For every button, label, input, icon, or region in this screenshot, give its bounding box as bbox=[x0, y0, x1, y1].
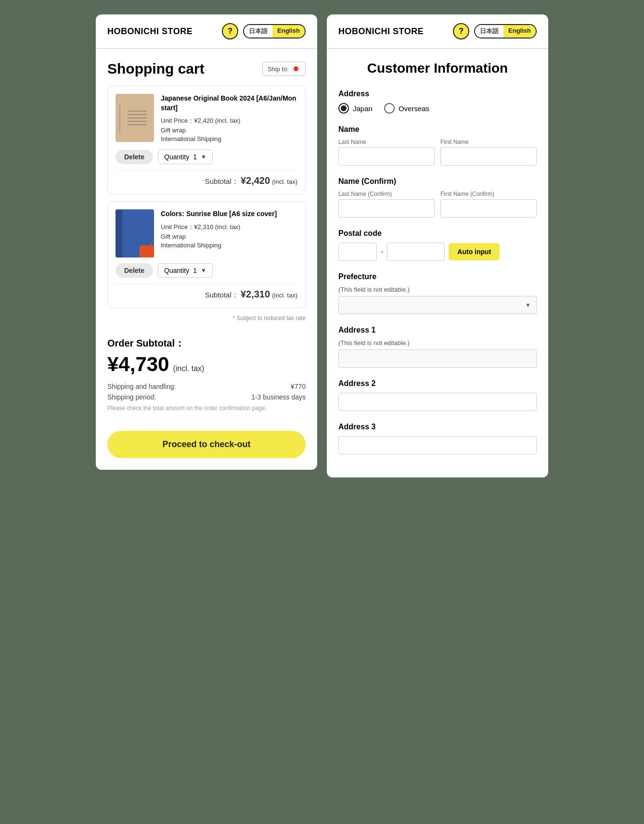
order-total-price-row: ¥4,730 (incl. tax) bbox=[107, 353, 306, 376]
order-note: Please check the total amount on the ord… bbox=[107, 405, 306, 412]
ship-to-label: Ship to: bbox=[268, 65, 289, 73]
postal-input-2[interactable] bbox=[387, 243, 445, 261]
help-icon-right[interactable]: ? bbox=[453, 23, 469, 39]
name-confirm-section: Name (Confirm) Last Name (Confirm) First… bbox=[338, 177, 537, 218]
radio-overseas[interactable]: Overseas bbox=[384, 103, 429, 114]
name-row: Last Name First Name bbox=[338, 139, 537, 166]
cart-item-1: Japanese Original Book 2024 [A6/Jan/Mon … bbox=[107, 86, 306, 194]
subtotal-tax-1: (incl. tax) bbox=[272, 178, 297, 185]
name-confirm-title: Name (Confirm) bbox=[338, 177, 537, 186]
quantity-arrow-1: ▼ bbox=[201, 154, 206, 160]
item-row-1: Japanese Original Book 2024 [A6/Jan/Mon … bbox=[116, 94, 297, 144]
item-name-2: Colors: Sunrise Blue [A6 size cover] bbox=[161, 209, 297, 219]
address2-input[interactable] bbox=[338, 393, 537, 411]
string1 bbox=[150, 244, 152, 252]
item-giftwrap-2: Gift wrap bbox=[161, 233, 297, 240]
item-details-2: Colors: Sunrise Blue [A6 size cover] Uni… bbox=[161, 209, 297, 258]
address-section-title: Address bbox=[338, 90, 537, 98]
store-name-left: HOBONICHI STORE bbox=[107, 26, 222, 37]
postal-input-1[interactable] bbox=[338, 243, 377, 261]
book-line bbox=[128, 111, 147, 112]
shipping-period-value: 1-3 business days bbox=[251, 393, 306, 401]
address3-section-title: Address 3 bbox=[338, 423, 537, 431]
subtotal-row-1: Subtotal： ¥2,420 (incl. tax) bbox=[116, 170, 297, 186]
radio-japan-inner bbox=[341, 105, 347, 111]
postal-section: Postal code - Auto input bbox=[338, 229, 537, 261]
quantity-arrow-2: ▼ bbox=[201, 267, 206, 274]
address3-input[interactable] bbox=[338, 436, 537, 454]
item-price-2: Unit Price：¥2,310 (incl. tax) bbox=[161, 223, 297, 232]
postal-section-title: Postal code bbox=[338, 229, 537, 238]
cover-spine bbox=[116, 209, 122, 258]
address2-section-title: Address 2 bbox=[338, 379, 537, 388]
order-total-section: Order Subtotal： ¥4,730 (incl. tax) Shipp… bbox=[107, 329, 306, 419]
delete-button-2[interactable]: Delete bbox=[116, 263, 153, 278]
cover-detail bbox=[140, 245, 154, 258]
name-section-title: Name bbox=[338, 125, 537, 134]
lang-switcher-right: 日本語 English bbox=[474, 24, 537, 39]
delete-button-1[interactable]: Delete bbox=[116, 150, 153, 164]
first-name-label: First Name bbox=[440, 139, 537, 145]
address1-section: Address 1 (This field is not editable.) bbox=[338, 326, 537, 368]
last-name-confirm-input[interactable] bbox=[338, 199, 435, 218]
first-name-input[interactable] bbox=[440, 147, 537, 166]
subtotal-price-2: ¥2,310 bbox=[241, 289, 270, 299]
quantity-label-1: Quantity bbox=[164, 153, 189, 161]
first-name-confirm-input[interactable] bbox=[440, 199, 537, 218]
address1-input[interactable] bbox=[338, 349, 537, 368]
item-actions-1: Delete Quantity 1 ▼ bbox=[116, 150, 297, 164]
radio-japan-label: Japan bbox=[353, 104, 373, 113]
address3-section: Address 3 bbox=[338, 423, 537, 454]
quantity-label-2: Quantity bbox=[164, 267, 189, 274]
first-name-confirm-col: First Name (Confirm) bbox=[440, 191, 537, 218]
prefecture-section-title: Prefecture bbox=[338, 272, 537, 281]
item-actions-2: Delete Quantity 1 ▼ bbox=[116, 263, 297, 278]
tax-note: * Subject to reduced tax rate bbox=[107, 315, 306, 322]
japan-flag bbox=[292, 64, 300, 73]
prefecture-section: Prefecture (This field is not editable.)… bbox=[338, 272, 537, 314]
help-icon-left[interactable]: ? bbox=[222, 23, 238, 39]
subtotal-price-1: ¥2,420 bbox=[241, 175, 270, 186]
cart-body: Shopping cart Ship to: bbox=[96, 49, 317, 470]
subtotal-tax-2: (incl. tax) bbox=[272, 292, 297, 299]
quantity-select-2[interactable]: Quantity 1 ▼ bbox=[158, 263, 213, 278]
book-line bbox=[128, 121, 147, 122]
lang-jp-left[interactable]: 日本語 bbox=[244, 25, 272, 38]
ship-to-badge[interactable]: Ship to: bbox=[262, 62, 306, 76]
lang-en-right[interactable]: English bbox=[503, 25, 536, 38]
order-total-amount: ¥4,730 bbox=[107, 353, 169, 376]
store-name-right: HOBONICHI STORE bbox=[338, 26, 453, 37]
lang-jp-right[interactable]: 日本語 bbox=[475, 25, 503, 38]
lang-switcher-left: 日本語 English bbox=[243, 24, 306, 39]
cart-title-text: Shopping cart bbox=[107, 61, 205, 77]
radio-japan-circle bbox=[338, 103, 349, 114]
name-confirm-row: Last Name (Confirm) First Name (Confirm) bbox=[338, 191, 537, 218]
shipping-handling-value: ¥770 bbox=[291, 383, 306, 390]
checkout-button[interactable]: Proceed to check-out bbox=[107, 431, 306, 458]
auto-input-button[interactable]: Auto input bbox=[449, 243, 500, 260]
quantity-select-1[interactable]: Quantity 1 ▼ bbox=[158, 150, 213, 164]
item-row-2: Colors: Sunrise Blue [A6 size cover] Uni… bbox=[116, 209, 297, 258]
radio-overseas-label: Overseas bbox=[399, 104, 429, 113]
flag-circle bbox=[294, 66, 298, 71]
prefecture-note: (This field is not editable.) bbox=[338, 286, 537, 293]
lang-en-left[interactable]: English bbox=[272, 25, 305, 38]
postal-row: - Auto input bbox=[338, 243, 537, 261]
cart-item-2: Colors: Sunrise Blue [A6 size cover] Uni… bbox=[107, 201, 306, 308]
item-price-1: Unit Price：¥2,420 (incl. tax) bbox=[161, 116, 297, 125]
order-subtotal-label: Order Subtotal： bbox=[107, 337, 306, 350]
order-total-tax: (incl. tax) bbox=[173, 364, 204, 373]
shipping-handling-label: Shipping and handling: bbox=[107, 383, 176, 390]
cover-strings bbox=[150, 244, 152, 258]
right-header: HOBONICHI STORE ? 日本語 English bbox=[327, 14, 548, 49]
prefecture-select[interactable] bbox=[338, 296, 537, 314]
address-radio-group: Japan Overseas bbox=[338, 103, 537, 114]
subtotal-label-1: Subtotal： bbox=[205, 177, 239, 185]
radio-japan[interactable]: Japan bbox=[338, 103, 373, 114]
quantity-value-1: 1 bbox=[193, 153, 197, 161]
postal-dash: - bbox=[381, 247, 383, 256]
book-line bbox=[128, 117, 147, 118]
left-header: HOBONICHI STORE ? 日本語 English bbox=[96, 14, 317, 49]
quantity-value-2: 1 bbox=[193, 267, 197, 274]
last-name-input[interactable] bbox=[338, 147, 435, 166]
